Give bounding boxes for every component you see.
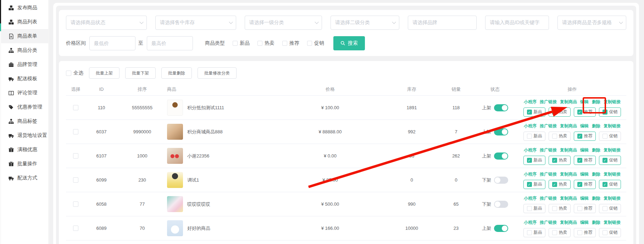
sidebar-item-9[interactable]: 商品标签 [0,114,48,128]
status-toggle[interactable] [494,128,508,135]
tag-checkbox-促销[interactable]: 促销 [599,204,621,213]
action-link-小程序[interactable]: 小程序 [524,195,537,201]
filter-select-2[interactable]: 请选择售中库存 [155,16,236,30]
action-link-推广链接[interactable]: 推广链接 [540,99,557,105]
tag-checkbox-促销[interactable]: ✓促销 [599,180,621,189]
sidebar-item-8[interactable]: 优惠券管理 [0,100,48,114]
sidebar-item-4[interactable]: 商品分类 [0,43,48,57]
action-link-编辑[interactable]: 编辑 [580,99,589,105]
tag-checkbox-促销[interactable]: ✓促销 [599,156,621,165]
filter-select-4[interactable]: 请选择二级分类 [331,16,399,30]
action-link-复制链接[interactable]: 复制链接 [604,147,621,153]
select-all[interactable]: 全选 [66,70,83,76]
tag-checkbox-推荐[interactable]: ✓推荐 [574,156,596,165]
filter-input-6[interactable]: 请输入商品ID或关键字 [485,16,549,30]
tag-checkbox-新品[interactable]: ✓新品 [523,107,545,117]
left-scrollbar[interactable] [0,0,1,244]
tag-checkbox-新品[interactable]: ✓新品 [523,156,545,165]
type-checkbox-4[interactable]: 促销 [307,40,324,46]
action-link-小程序[interactable]: 小程序 [524,147,537,153]
action-link-编辑[interactable]: 编辑 [580,220,589,226]
action-link-复制链接[interactable]: 复制链接 [604,220,621,226]
action-link-推广链接[interactable]: 推广链接 [540,220,557,226]
sidebar-item-13[interactable]: 配送方式 [0,171,48,185]
row-checkbox[interactable] [73,153,78,159]
action-link-删除[interactable]: 删除 [592,220,600,226]
action-link-复制商品[interactable]: 复制商品 [560,123,577,129]
action-link-编辑[interactable]: 编辑 [580,171,589,177]
status-toggle[interactable] [494,152,508,160]
action-link-删除[interactable]: 删除 [592,99,600,105]
tag-checkbox-热卖[interactable]: 热卖 [549,228,571,237]
tag-checkbox-新品[interactable]: 新品 [523,204,545,213]
row-checkbox[interactable] [73,201,78,207]
action-link-小程序[interactable]: 小程序 [524,171,537,177]
status-toggle[interactable] [494,104,508,111]
row-checkbox[interactable] [73,226,78,231]
action-link-复制商品[interactable]: 复制商品 [560,147,577,153]
action-link-删除[interactable]: 删除 [592,147,600,153]
batch-button-1[interactable]: 批量上架 [89,67,120,79]
type-checkbox-2[interactable]: 热卖 [257,40,274,46]
tag-checkbox-新品[interactable]: ✓新品 [523,180,545,189]
action-link-复制链接[interactable]: 复制链接 [604,171,621,177]
tag-checkbox-促销[interactable]: ✓促销 [599,107,621,117]
tag-checkbox-热卖[interactable]: ✓热卖 [549,156,571,165]
batch-button-3[interactable]: 批量删除 [161,67,192,79]
tag-checkbox-促销[interactable]: 促销 [599,228,621,237]
tag-checkbox-新品[interactable]: 新品 [523,228,545,237]
sidebar-item-1[interactable]: 发布商品 [0,1,48,15]
tag-checkbox-推荐[interactable]: 推荐 [574,228,596,237]
action-link-编辑[interactable]: 编辑 [580,195,589,201]
action-link-小程序[interactable]: 小程序 [524,99,537,105]
sidebar-item-10[interactable]: 退货地址设置 [0,128,48,143]
tag-checkbox-推荐[interactable]: ✓推荐 [574,107,596,117]
batch-button-4[interactable]: 批量修改分类 [198,67,237,79]
action-link-推广链接[interactable]: 推广链接 [540,147,557,153]
tag-checkbox-热卖[interactable]: ✓热卖 [549,107,571,117]
sidebar-item-7[interactable]: 评论管理 [0,86,48,100]
status-toggle[interactable] [494,225,508,232]
left-scrollbar-thumb[interactable] [0,0,1,23]
tag-checkbox-热卖[interactable]: 热卖 [549,204,571,213]
action-link-删除[interactable]: 删除 [592,195,600,201]
search-button[interactable]: 搜索 [333,36,365,50]
tag-checkbox-新品[interactable]: 新品 [523,132,545,141]
action-link-编辑[interactable]: 编辑 [580,147,589,153]
action-link-推广链接[interactable]: 推广链接 [540,123,557,129]
min-price-input[interactable] [89,36,135,50]
action-link-复制链接[interactable]: 复制链接 [604,195,621,201]
row-checkbox[interactable] [73,129,78,134]
action-link-推广链接[interactable]: 推广链接 [540,171,557,177]
batch-button-2[interactable]: 批量下架 [125,67,156,79]
sidebar-item-3[interactable]: 商品表单 [0,29,48,43]
sidebar-item-12[interactable]: 批量操作 [0,157,48,171]
filter-select-7[interactable]: 请选择商品是否多规格 [557,16,626,30]
action-link-小程序[interactable]: 小程序 [524,220,537,226]
action-link-推广链接[interactable]: 推广链接 [540,195,557,201]
filter-input-5[interactable]: 请选择品牌 [408,16,477,30]
action-link-复制商品[interactable]: 复制商品 [560,220,577,226]
sidebar-item-6[interactable]: 配送模板 [0,72,48,86]
action-link-复制链接[interactable]: 复制链接 [604,99,621,105]
tag-checkbox-推荐[interactable]: 推荐 [574,204,596,213]
type-checkbox-3[interactable]: 推荐 [282,40,299,46]
action-link-复制商品[interactable]: 复制商品 [560,99,577,105]
sidebar-item-2[interactable]: 商品列表 [0,15,48,29]
tag-checkbox-推荐[interactable]: ✓推荐 [574,132,596,141]
tag-checkbox-热卖[interactable]: 热卖 [549,132,571,141]
max-price-input[interactable] [147,36,193,50]
action-link-小程序[interactable]: 小程序 [524,123,537,129]
action-link-删除[interactable]: 删除 [592,123,600,129]
tag-checkbox-推荐[interactable]: ✓推荐 [574,180,596,189]
row-checkbox[interactable] [73,105,78,110]
action-link-删除[interactable]: 删除 [592,171,600,177]
action-link-复制商品[interactable]: 复制商品 [560,195,577,201]
sidebar-item-5[interactable]: 品牌管理 [0,57,48,72]
type-checkbox-1[interactable]: 新品 [233,40,250,46]
action-link-复制商品[interactable]: 复制商品 [560,171,577,177]
tag-checkbox-促销[interactable]: 促销 [599,132,621,141]
sidebar-item-11[interactable]: 满额优惠 [0,143,48,157]
select-all-checkbox[interactable] [66,71,71,76]
status-toggle[interactable] [494,177,508,184]
